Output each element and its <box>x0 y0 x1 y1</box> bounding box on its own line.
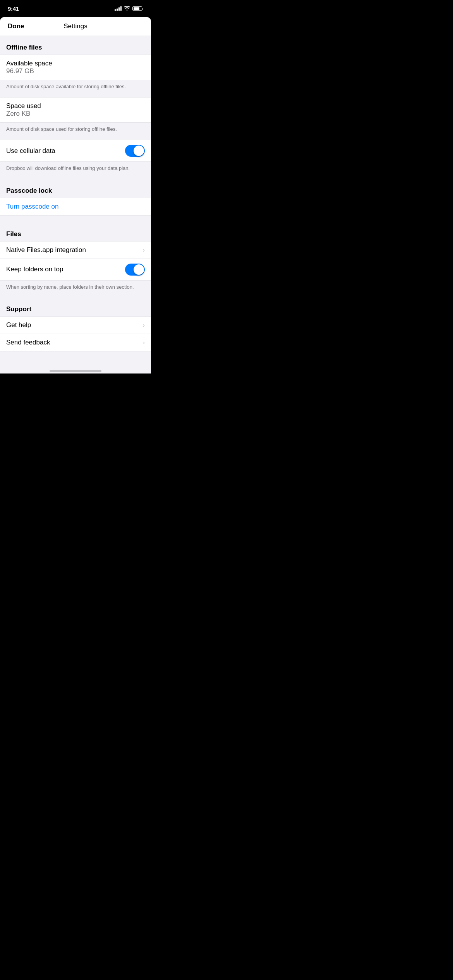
nav-title: Settings <box>63 22 87 30</box>
cellular-data-row: Use cellular data <box>0 140 151 161</box>
space-used-value: Zero KB <box>6 110 41 118</box>
available-space-footer: Amount of disk space available for stori… <box>0 80 151 97</box>
send-feedback-row[interactable]: Send feedback › <box>0 334 151 351</box>
available-space-value: 96.97 GB <box>6 67 52 75</box>
modal-sheet: Done Settings Offline files Available sp… <box>0 17 151 373</box>
send-feedback-chevron: › <box>143 339 145 346</box>
signal-icon <box>115 6 122 11</box>
keep-folders-toggle[interactable] <box>125 264 145 276</box>
native-files-chevron: › <box>143 247 145 253</box>
native-files-row[interactable]: Native Files.app integration › <box>0 242 151 259</box>
battery-icon <box>132 6 143 11</box>
available-space-label: Available space <box>6 60 52 67</box>
bottom-spacer <box>0 351 151 367</box>
available-space-row: Available space 96.97 GB <box>0 55 151 80</box>
support-group: Get help › Send feedback › <box>0 316 151 351</box>
space-used-row: Space used Zero KB <box>0 98 151 122</box>
support-header: Support <box>0 298 151 316</box>
passcode-lock-header: Passcode lock <box>0 179 151 198</box>
send-feedback-label: Send feedback <box>6 339 50 346</box>
keep-folders-footer: When sorting by name, place folders in t… <box>0 281 151 298</box>
keep-folders-row: Keep folders on top <box>0 259 151 280</box>
native-files-label: Native Files.app integration <box>6 246 86 254</box>
space-used-group: Space used Zero KB <box>0 97 151 123</box>
get-help-row[interactable]: Get help › <box>0 317 151 334</box>
space-used-label: Space used <box>6 102 41 110</box>
available-space-group: Available space 96.97 GB <box>0 55 151 80</box>
status-time: 9:41 <box>8 5 19 12</box>
wifi-icon <box>124 5 130 12</box>
cellular-data-label: Use cellular data <box>6 147 55 155</box>
status-icons <box>115 5 143 12</box>
offline-files-header: Offline files <box>0 36 151 55</box>
cellular-data-group: Use cellular data <box>0 140 151 162</box>
keep-folders-label: Keep folders on top <box>6 266 63 273</box>
settings-content: Offline files Available space 96.97 GB A… <box>0 36 151 373</box>
home-indicator <box>0 367 151 373</box>
status-bar: 9:41 <box>0 0 151 17</box>
files-header: Files <box>0 223 151 241</box>
cellular-data-toggle[interactable] <box>125 145 145 157</box>
get-help-label: Get help <box>6 321 31 329</box>
done-button[interactable]: Done <box>8 22 24 30</box>
turn-passcode-row[interactable]: Turn passcode on <box>0 198 151 215</box>
spacer-1 <box>0 216 151 223</box>
space-used-footer: Amount of disk space used for storing of… <box>0 123 151 140</box>
passcode-group: Turn passcode on <box>0 198 151 216</box>
cellular-data-footer: Dropbox will download offline files usin… <box>0 162 151 179</box>
files-group: Native Files.app integration › Keep fold… <box>0 241 151 281</box>
turn-passcode-label[interactable]: Turn passcode on <box>6 203 58 211</box>
get-help-chevron: › <box>143 322 145 328</box>
nav-bar: Done Settings <box>0 17 151 36</box>
